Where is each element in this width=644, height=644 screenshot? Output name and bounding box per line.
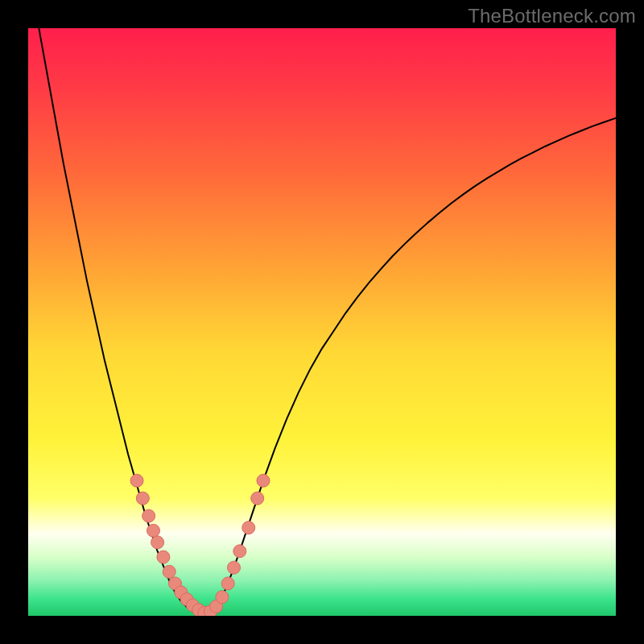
bottleneck-chart: [28, 28, 616, 616]
data-point: [221, 577, 234, 590]
data-point: [147, 524, 159, 537]
data-point: [157, 551, 170, 564]
data-point: [163, 565, 175, 578]
data-point: [142, 510, 155, 522]
data-point: [151, 536, 164, 549]
gradient-background: [28, 28, 616, 616]
data-point: [233, 545, 246, 558]
data-point: [228, 561, 241, 574]
plot-area: [28, 28, 616, 616]
chart-frame: TheBottleneck.com: [0, 0, 644, 644]
data-point: [257, 474, 270, 487]
data-point: [251, 492, 264, 505]
data-point: [242, 522, 255, 535]
watermark-text: TheBottleneck.com: [468, 5, 636, 27]
data-point: [216, 591, 229, 604]
data-point: [130, 474, 143, 487]
data-point: [136, 492, 149, 505]
